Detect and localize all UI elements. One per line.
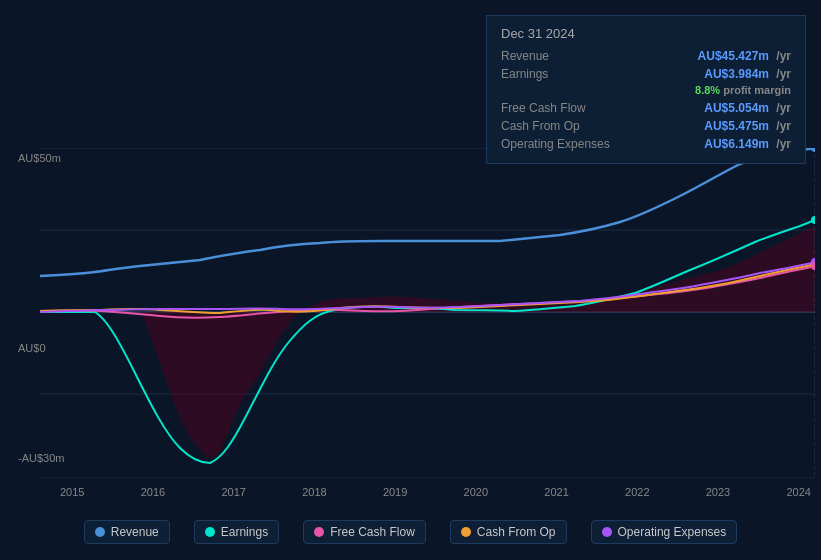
x-label-2015: 2015 xyxy=(60,486,84,498)
tooltip-row-opex: Operating Expenses AU$6.149m /yr xyxy=(501,135,791,153)
legend-dot-cashfromop xyxy=(461,527,471,537)
tooltip-label-opex: Operating Expenses xyxy=(501,137,631,151)
tooltip-date: Dec 31 2024 xyxy=(501,26,791,41)
revenue-line xyxy=(40,148,815,276)
legend-label-opex: Operating Expenses xyxy=(618,525,727,539)
earnings-dot xyxy=(811,216,815,224)
tooltip-value-cashfromop: AU$5.475m /yr xyxy=(704,119,791,133)
x-label-2020: 2020 xyxy=(464,486,488,498)
tooltip-label-revenue: Revenue xyxy=(501,49,631,63)
legend-dot-earnings xyxy=(205,527,215,537)
legend-dot-opex xyxy=(602,527,612,537)
tooltip-value-revenue: AU$45.427m /yr xyxy=(698,49,791,63)
legend-opex[interactable]: Operating Expenses xyxy=(591,520,738,544)
x-label-2017: 2017 xyxy=(221,486,245,498)
legend-dot-revenue xyxy=(95,527,105,537)
x-label-2016: 2016 xyxy=(141,486,165,498)
legend-earnings[interactable]: Earnings xyxy=(194,520,279,544)
tooltip-label-earnings: Earnings xyxy=(501,67,631,81)
tooltip-row-cashfromop: Cash From Op AU$5.475m /yr xyxy=(501,117,791,135)
legend-label-revenue: Revenue xyxy=(111,525,159,539)
revenue-dot xyxy=(811,148,815,152)
tooltip-label-cashfromop: Cash From Op xyxy=(501,119,631,133)
legend-dot-fcf xyxy=(314,527,324,537)
main-chart xyxy=(40,148,815,478)
tooltip-value-earnings: AU$3.984m /yr xyxy=(704,67,791,81)
tooltip-row-fcf: Free Cash Flow AU$5.054m /yr xyxy=(501,99,791,117)
x-label-2024: 2024 xyxy=(786,486,810,498)
legend-label-cashfromop: Cash From Op xyxy=(477,525,556,539)
tooltip-row-earnings: Earnings AU$3.984m /yr xyxy=(501,65,791,83)
legend-cashfromop[interactable]: Cash From Op xyxy=(450,520,567,544)
x-label-2021: 2021 xyxy=(544,486,568,498)
x-label-2022: 2022 xyxy=(625,486,649,498)
x-label-2018: 2018 xyxy=(302,486,326,498)
chart-legend: Revenue Earnings Free Cash Flow Cash Fro… xyxy=(0,520,821,544)
tooltip-label-fcf: Free Cash Flow xyxy=(501,101,631,115)
tooltip-value-fcf: AU$5.054m /yr xyxy=(704,101,791,115)
legend-fcf[interactable]: Free Cash Flow xyxy=(303,520,426,544)
x-label-2023: 2023 xyxy=(706,486,730,498)
earnings-area xyxy=(40,226,815,458)
x-axis: 2015 2016 2017 2018 2019 2020 2021 2022 … xyxy=(60,486,811,498)
legend-label-earnings: Earnings xyxy=(221,525,268,539)
tooltip-row-revenue: Revenue AU$45.427m /yr xyxy=(501,47,791,65)
legend-label-fcf: Free Cash Flow xyxy=(330,525,415,539)
legend-revenue[interactable]: Revenue xyxy=(84,520,170,544)
tooltip-value-opex: AU$6.149m /yr xyxy=(704,137,791,151)
tooltip-profit-margin: 8.8% profit margin xyxy=(501,83,791,99)
data-tooltip: Dec 31 2024 Revenue AU$45.427m /yr Earni… xyxy=(486,15,806,164)
x-label-2019: 2019 xyxy=(383,486,407,498)
